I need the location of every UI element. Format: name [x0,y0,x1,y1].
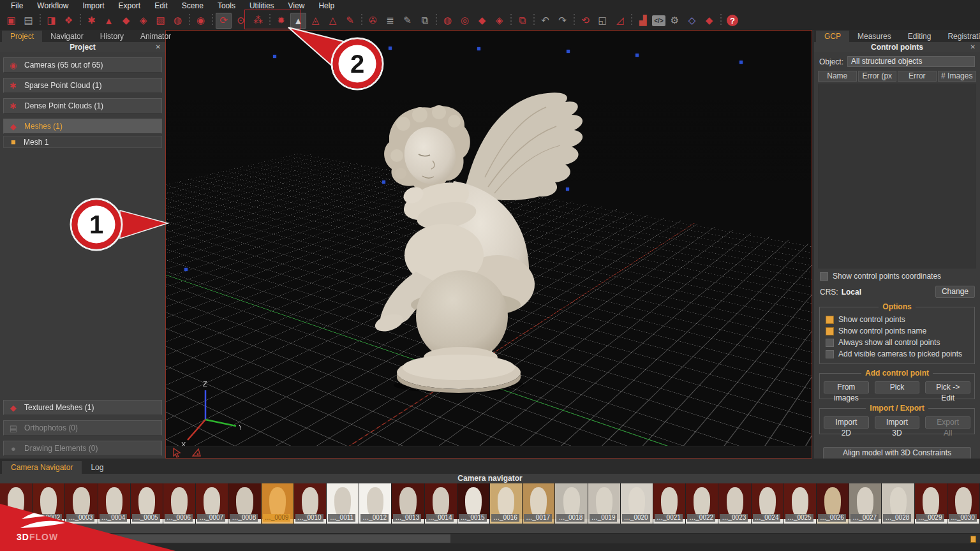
thumb-0025[interactable]: …_0025 [784,483,816,524]
menu-file[interactable]: File [4,1,30,11]
lattice-visibility-icon[interactable]: ◈ [491,13,507,29]
thumb-0018[interactable]: …_0018 [555,483,587,524]
option-checkbox[interactable] [826,327,834,335]
thumb-0029[interactable]: …_0029 [915,483,947,524]
camera-marker[interactable] [184,268,188,271]
unity-export-icon[interactable]: ◇ [684,13,700,29]
solid-view-icon[interactable]: ▲ [290,13,306,29]
tab-registration[interactable]: Registration [939,31,980,42]
measure-ruler-icon[interactable]: ◿ [612,13,628,29]
thumb-0017[interactable]: …_0017 [523,483,554,524]
option-checkbox[interactable] [826,316,834,324]
constrained-rotation-icon[interactable]: ⊙ [233,13,249,29]
settings-gear-icon[interactable]: ⚙ [667,13,683,29]
menu-export[interactable]: Export [111,1,147,11]
orthophoto-icon[interactable]: ▧ [152,13,168,29]
option-row[interactable]: Show control points [824,312,970,324]
option-row[interactable]: Show control points name [824,324,970,335]
project-item-sparse-point-cloud[interactable]: ✱ Sparse Point Cloud (1) [3,78,162,93]
align-model-button[interactable]: Align model with 3D Constraints [823,447,971,459]
camera-marker[interactable] [567,50,570,53]
menu-tools[interactable]: Tools [211,1,242,11]
thumb-0006[interactable]: …_0006 [163,483,195,524]
option-row[interactable]: Add visible cameras to picked points [824,347,970,358]
table-column-header[interactable]: # Images [938,71,977,82]
horizontal-scrollbar[interactable] [0,533,980,544]
import-3d-button[interactable]: Import 3D [875,416,920,429]
camera-marker[interactable] [273,55,276,58]
tab-measures[interactable]: Measures [849,31,900,42]
project-item-drawing-elements[interactable]: ● Drawing Elements (0) [3,441,162,456]
thumb-0022[interactable]: …_0022 [686,483,718,524]
camera-marker[interactable] [739,61,743,64]
option-checkbox[interactable] [826,350,834,358]
mesh-extraction-icon[interactable]: ▲ [101,13,117,29]
tab-log[interactable]: Log [82,461,112,474]
thumb-0007[interactable]: …_0007 [196,483,228,524]
wireframe-view-icon[interactable]: ◬ [308,13,323,29]
table-column-header[interactable]: Name [818,71,857,82]
tab-project[interactable]: Project [2,31,42,42]
thumb-0010[interactable]: …_0010 [294,483,326,524]
tab-editing[interactable]: Editing [900,31,940,42]
sparse-visibility-icon[interactable]: ◍ [440,13,456,29]
table-column-header[interactable]: Error [898,71,937,82]
thumb-0026[interactable]: …_0026 [817,483,849,524]
menu-edit[interactable]: Edit [147,1,175,11]
viewport-3d[interactable]: Z Y X [165,30,812,459]
camera-marker[interactable] [389,47,392,50]
thumb-0012[interactable]: …_0012 [359,483,391,524]
undo-icon[interactable]: ↶ [537,13,553,29]
lighting-icon[interactable]: ✹ [273,13,289,29]
thumb-0019[interactable]: …_0019 [588,483,620,524]
image-pair-icon[interactable]: ⧉ [514,13,530,29]
camera-marker[interactable] [382,180,385,184]
crs-change-button[interactable]: Change [935,286,975,298]
points-view-icon[interactable]: △ [325,13,341,29]
gizmo-icon[interactable]: ⟲ [577,13,593,29]
thumb-0028[interactable]: …_0028 [882,483,914,524]
menu-utilities[interactable]: Utilities [242,1,281,11]
cloud-upload-icon[interactable]: ◍ [170,13,186,29]
thumb-0011[interactable]: …_0011 [327,483,359,524]
close-icon[interactable]: ✕ [970,42,976,52]
sketchfab-upload-icon[interactable]: ◆ [701,13,717,29]
thumb-0001[interactable]: …_0001 [0,483,32,524]
menu-scene[interactable]: Scene [175,1,211,11]
mesh-visibility-icon[interactable]: ◆ [474,13,490,29]
project-item-dense-point-clouds[interactable]: ✱ Dense Point Clouds (1) [3,98,162,114]
pick-edit-button[interactable]: Pick -> Edit [925,381,970,393]
thumb-0014[interactable]: …_0014 [425,483,457,524]
tab-navigator[interactable]: Navigator [42,31,91,42]
redo-icon[interactable]: ↷ [554,13,570,29]
thumb-0013[interactable]: …_0013 [392,483,424,524]
statistics-icon[interactable]: ▟ [635,13,651,29]
option-checkbox[interactable] [826,339,834,347]
camera-icon[interactable]: ◉ [193,13,209,29]
thumb-0003[interactable]: …_0003 [65,483,97,524]
thumb-0008[interactable]: …_0008 [228,483,260,524]
open-project-icon[interactable]: ▣ [3,13,19,29]
coords-checkbox[interactable] [820,272,828,281]
project-item-mesh-1[interactable]: ■ Mesh 1 [3,136,162,148]
edit-report-icon[interactable]: ✎ [399,13,415,29]
menu-import[interactable]: Import [75,1,111,11]
from-images-button[interactable]: From images [824,381,869,393]
tab-animator[interactable]: Animator [132,31,179,42]
menu-view[interactable]: View [281,1,312,11]
help-icon[interactable]: ? [727,15,738,26]
camera-marker[interactable] [477,47,480,50]
thumb-0024[interactable]: …_0024 [752,483,783,524]
thumb-0015[interactable]: …_0015 [457,483,489,524]
menu-help[interactable]: Help [311,1,341,11]
crop-icon[interactable]: ◱ [595,13,611,29]
close-icon[interactable]: ✕ [156,42,161,52]
dense-cloud-generation-icon[interactable]: ✱ [84,13,100,29]
script-console-icon[interactable]: </> [652,15,665,26]
menu-workflow[interactable]: Workflow [30,1,75,11]
thumb-0016[interactable]: …_0016 [490,483,522,524]
thumb-0009[interactable]: …_0009 [262,483,293,524]
import-2d-button[interactable]: Import 2D [824,416,869,429]
mesh-filter-icon[interactable]: ◈ [135,13,151,29]
export-all-button[interactable]: Export All [925,416,970,429]
